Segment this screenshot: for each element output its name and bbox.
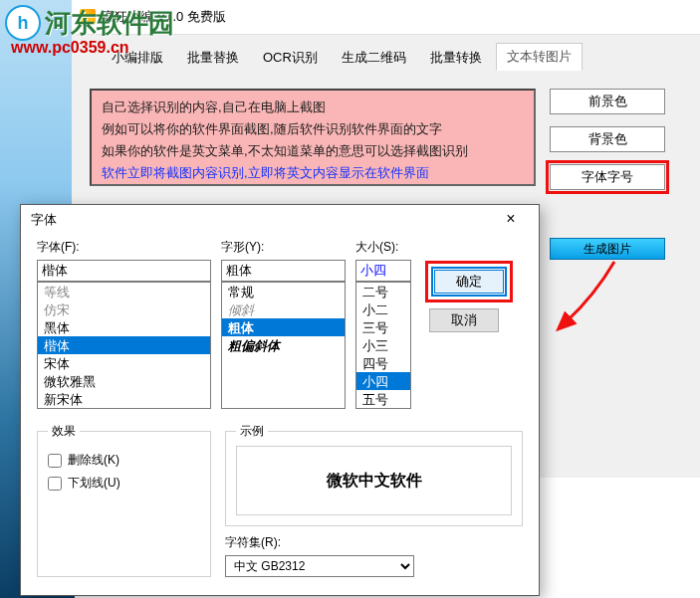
- underline-checkbox[interactable]: 下划线(U): [48, 475, 200, 492]
- tab-3[interactable]: 生成二维码: [332, 45, 416, 71]
- font-option[interactable]: 微软雅黑: [38, 372, 210, 390]
- font-style-input[interactable]: [221, 260, 346, 282]
- effects-group: 效果 删除线(K) 下划线(U): [37, 423, 211, 577]
- sample-group: 示例 微软中文软件: [225, 423, 523, 526]
- font-option[interactable]: 黑体: [38, 318, 210, 336]
- font-option[interactable]: 新宋体: [38, 390, 210, 408]
- style-option[interactable]: 常规: [222, 283, 345, 300]
- tab-1[interactable]: 批量替换: [177, 45, 249, 71]
- strikethrough-checkbox[interactable]: 删除线(K): [48, 452, 200, 469]
- sample-text: 微软中文软件: [236, 446, 512, 515]
- generate-image-button[interactable]: 生成图片: [550, 238, 665, 260]
- charset-label: 字符集(R):: [225, 534, 523, 551]
- size-option[interactable]: 小二: [356, 300, 410, 318]
- size-option[interactable]: 小三: [356, 336, 410, 354]
- font-size-button[interactable]: 字体字号: [550, 164, 665, 190]
- preview-line: 软件立即将截图内容识别,立即将英文内容显示在软件界面: [102, 162, 524, 184]
- size-option[interactable]: 小四: [356, 372, 410, 390]
- text-preview-box: 自己选择识别的内容,自己在电脑上截图 例如可以将你的软件界面截图,随后软件识别软…: [90, 89, 536, 186]
- font-dialog: 字体 × 字体(F): 等线仿宋黑体楷体宋体微软雅黑新宋体 字形(Y): 常规倾…: [20, 204, 540, 596]
- cancel-button[interactable]: 取消: [429, 308, 499, 332]
- dialog-titlebar: 字体 ×: [21, 205, 539, 235]
- font-option[interactable]: 等线: [38, 283, 210, 300]
- font-option[interactable]: 仿宋: [38, 300, 210, 318]
- tab-4[interactable]: 批量转换: [420, 45, 492, 71]
- sample-legend: 示例: [236, 423, 268, 440]
- content-area: 自己选择识别的内容,自己在电脑上截图 例如可以将你的软件界面截图,随后软件识别软…: [72, 71, 700, 204]
- font-size-input[interactable]: [355, 260, 411, 282]
- style-listbox[interactable]: 常规倾斜粗体粗偏斜体: [221, 282, 346, 409]
- style-option[interactable]: 粗偏斜体: [222, 336, 345, 354]
- font-label: 字体(F):: [37, 239, 211, 256]
- strikethrough-label: 删除线(K): [68, 452, 119, 469]
- close-icon[interactable]: ×: [493, 208, 529, 232]
- side-buttons: 前景色 背景色 字体字号 生成图片: [550, 89, 665, 260]
- size-option[interactable]: 三号: [356, 318, 410, 336]
- style-option[interactable]: 倾斜: [222, 300, 345, 318]
- font-name-input[interactable]: [37, 260, 211, 282]
- effects-legend: 效果: [48, 423, 80, 440]
- underline-label: 下划线(U): [68, 475, 120, 492]
- font-listbox[interactable]: 等线仿宋黑体楷体宋体微软雅黑新宋体: [37, 282, 211, 409]
- foreground-color-button[interactable]: 前景色: [550, 89, 665, 114]
- strikethrough-input[interactable]: [48, 454, 62, 468]
- size-option[interactable]: 四号: [356, 354, 410, 372]
- font-option[interactable]: 楷体: [38, 336, 210, 354]
- charset-select[interactable]: 中文 GB2312: [225, 555, 414, 577]
- preview-line: 例如可以将你的软件界面截图,随后软件识别软件界面的文字: [102, 118, 524, 140]
- underline-input[interactable]: [48, 477, 62, 491]
- size-listbox[interactable]: 二号小二三号小三四号小四五号: [355, 282, 411, 409]
- ok-button[interactable]: 确定: [434, 270, 504, 294]
- size-option[interactable]: 二号: [356, 283, 410, 300]
- size-label: 大小(S):: [355, 239, 411, 256]
- tab-2[interactable]: OCR识别: [253, 45, 328, 71]
- preview-line: 自己选择识别的内容,自己在电脑上截图: [102, 97, 524, 118]
- tab-bar: 小编排版批量替换OCR识别生成二维码批量转换文本转图片: [72, 35, 700, 71]
- titlebar: 疯狂小编 V1.0 免费版: [72, 0, 700, 35]
- preview-line: 如果你的软件是英文菜单,不太知道菜单的意思可以选择截图识别: [102, 140, 524, 162]
- app-icon: [80, 9, 96, 25]
- dialog-title: 字体: [31, 211, 57, 229]
- font-option[interactable]: 宋体: [38, 354, 210, 372]
- style-option[interactable]: 粗体: [222, 318, 345, 336]
- style-label: 字形(Y):: [221, 239, 346, 256]
- tab-5[interactable]: 文本转图片: [496, 43, 583, 71]
- tab-0[interactable]: 小编排版: [102, 45, 173, 71]
- background-color-button[interactable]: 背景色: [550, 126, 665, 152]
- window-title: 疯狂小编 V1.0 免费版: [102, 8, 226, 26]
- size-option[interactable]: 五号: [356, 390, 410, 408]
- highlight-arrow-icon: [555, 256, 624, 335]
